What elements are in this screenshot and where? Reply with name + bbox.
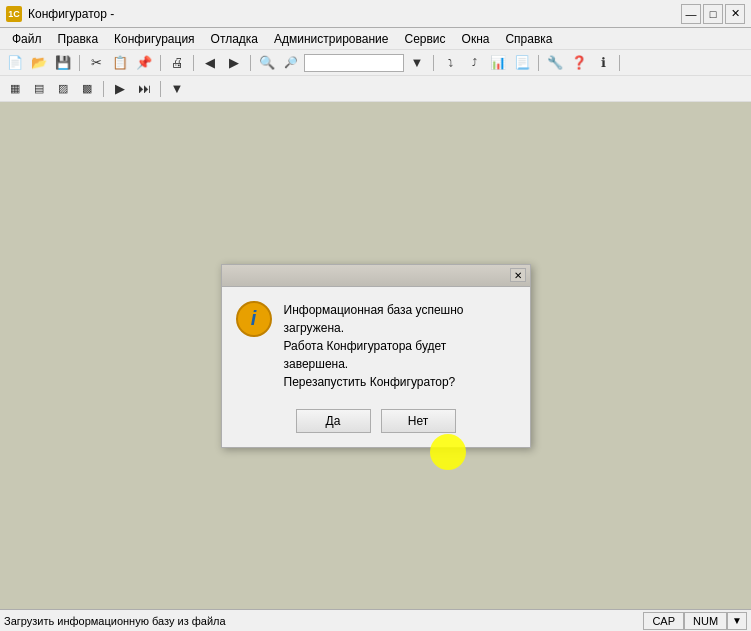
tb-sep-2: [160, 55, 161, 71]
tb-search-input[interactable]: [304, 54, 404, 72]
status-bar: Загрузить информационную базу из файла C…: [0, 609, 751, 631]
tb-sep-5: [433, 55, 434, 71]
toolbar-2: ▦ ▤ ▨ ▩ ▶ ⏭ ▼: [0, 76, 751, 102]
dialog-body: i Информационная база успешно загружена.…: [222, 287, 530, 401]
tb2-sep-1: [103, 81, 104, 97]
tb-back[interactable]: ◀: [199, 53, 221, 73]
num-indicator: NUM: [684, 612, 727, 630]
tb-btn11[interactable]: ❓: [568, 53, 590, 73]
tb2-play2[interactable]: ⏭: [133, 79, 155, 99]
status-dropdown-button[interactable]: ▼: [727, 612, 747, 630]
tb2-sep-2: [160, 81, 161, 97]
title-bar: 1C Конфигуратор - — □ ✕: [0, 0, 751, 28]
tb-btn8[interactable]: 📊: [487, 53, 509, 73]
tb-cut[interactable]: ✂: [85, 53, 107, 73]
tb-sep-4: [250, 55, 251, 71]
tb-btn7[interactable]: ⤴: [463, 53, 485, 73]
tb-open[interactable]: 📂: [28, 53, 50, 73]
tb2-btn2[interactable]: ▤: [28, 79, 50, 99]
tb-btn6[interactable]: ⤵: [439, 53, 461, 73]
minimize-button[interactable]: —: [681, 4, 701, 24]
window-title: Конфигуратор -: [28, 7, 114, 21]
tb-btn12[interactable]: ℹ: [592, 53, 614, 73]
tb-copy[interactable]: 📋: [109, 53, 131, 73]
main-area: ✕ i Информационная база успешно загружен…: [0, 102, 751, 609]
dialog-overlay: ✕ i Информационная база успешно загружен…: [0, 102, 751, 609]
menu-file[interactable]: Файл: [4, 30, 50, 48]
menu-windows[interactable]: Окна: [454, 30, 498, 48]
dialog-close-button[interactable]: ✕: [510, 268, 526, 282]
dialog-yes-button[interactable]: Да: [296, 409, 371, 433]
dialog-titlebar: ✕: [222, 265, 530, 287]
tb-search[interactable]: 🔍: [256, 53, 278, 73]
toolbar-1: 📄 📂 💾 ✂ 📋 📌 🖨 ◀ ▶ 🔍 🔎 ▼ ⤵ ⤴ 📊 📃 🔧 ❓ ℹ: [0, 50, 751, 76]
tb-paste[interactable]: 📌: [133, 53, 155, 73]
tb2-btn4[interactable]: ▩: [76, 79, 98, 99]
menu-config[interactable]: Конфигурация: [106, 30, 203, 48]
status-right: CAP NUM ▼: [643, 612, 747, 630]
tb-sep-7: [619, 55, 620, 71]
menu-bar: Файл Правка Конфигурация Отладка Админис…: [0, 28, 751, 50]
tb-sep-6: [538, 55, 539, 71]
tb2-btn3[interactable]: ▨: [52, 79, 74, 99]
dialog-buttons: Да Нет: [222, 401, 530, 447]
tb-forward[interactable]: ▶: [223, 53, 245, 73]
menu-edit[interactable]: Правка: [50, 30, 107, 48]
tb-btn9[interactable]: 📃: [511, 53, 533, 73]
menu-debug[interactable]: Отладка: [203, 30, 266, 48]
menu-help[interactable]: Справка: [497, 30, 560, 48]
dialog-no-button[interactable]: Нет: [381, 409, 456, 433]
tb-zoom-out[interactable]: 🔎: [280, 53, 302, 73]
tb2-btn1[interactable]: ▦: [4, 79, 26, 99]
tb-save[interactable]: 💾: [52, 53, 74, 73]
tb-btn10[interactable]: 🔧: [544, 53, 566, 73]
tb-new[interactable]: 📄: [4, 53, 26, 73]
maximize-button[interactable]: □: [703, 4, 723, 24]
tb-search-go[interactable]: ▼: [406, 53, 428, 73]
tb-print[interactable]: 🖨: [166, 53, 188, 73]
tb2-play[interactable]: ▶: [109, 79, 131, 99]
menu-service[interactable]: Сервис: [396, 30, 453, 48]
cap-indicator: CAP: [643, 612, 684, 630]
menu-admin[interactable]: Администрирование: [266, 30, 396, 48]
tb-sep-1: [79, 55, 80, 71]
close-button[interactable]: ✕: [725, 4, 745, 24]
window-controls: — □ ✕: [681, 4, 745, 24]
tb2-more[interactable]: ▼: [166, 79, 188, 99]
info-icon: i: [236, 301, 272, 337]
status-message: Загрузить информационную базу из файла: [4, 615, 643, 627]
app-icon: 1C: [6, 6, 22, 22]
tb-sep-3: [193, 55, 194, 71]
title-bar-left: 1C Конфигуратор -: [6, 6, 114, 22]
dialog: ✕ i Информационная база успешно загружен…: [221, 264, 531, 448]
dialog-message: Информационная база успешно загружена. Р…: [284, 301, 514, 391]
